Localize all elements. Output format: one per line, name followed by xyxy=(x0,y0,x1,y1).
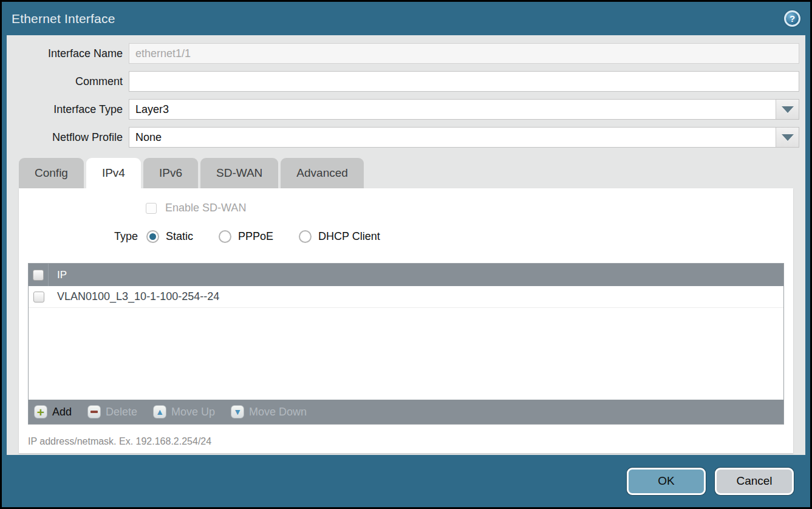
enable-sdwan-label: Enable SD-WAN xyxy=(165,202,246,214)
dialog-footer: OK Cancel xyxy=(7,455,805,507)
move-up-button[interactable]: ▲ Move Up xyxy=(153,405,215,418)
netflow-profile-value: None xyxy=(129,128,776,147)
tab-advanced[interactable]: Advanced xyxy=(281,158,364,188)
ip-format-hint: IP address/netmask. Ex. 192.168.2.254/24 xyxy=(28,436,211,447)
type-row: Type Static PPPoE DHCP Client xyxy=(114,230,793,243)
comment-field[interactable] xyxy=(129,71,799,92)
radio-option-dhcp-client[interactable]: DHCP Client xyxy=(299,230,380,243)
ip-table: IP VLAN0100_L3_10-1-100-254--24 + Add xyxy=(28,263,784,425)
chevron-down-icon xyxy=(782,106,794,113)
netflow-profile-row: Netflow Profile None xyxy=(13,127,799,148)
radio-dhcp-client-label: DHCP Client xyxy=(318,230,380,243)
dialog-body: Interface Name Comment Interface Type La… xyxy=(7,35,805,455)
comment-label: Comment xyxy=(13,75,129,88)
arrow-up-icon: ▲ xyxy=(153,405,166,418)
radio-static-label: Static xyxy=(166,230,193,243)
enable-sdwan-row: Enable SD-WAN xyxy=(19,188,793,214)
interface-name-label: Interface Name xyxy=(13,47,129,60)
chevron-down-icon xyxy=(782,134,794,141)
interface-type-row: Interface Type Layer3 xyxy=(13,99,799,120)
radio-static[interactable] xyxy=(146,230,159,243)
ip-cell-value[interactable]: VLAN0100_L3_10-1-100-254--24 xyxy=(49,290,219,303)
comment-row: Comment xyxy=(13,71,799,92)
radio-option-pppoe[interactable]: PPPoE xyxy=(219,230,273,243)
netflow-profile-label: Netflow Profile xyxy=(13,131,129,144)
netflow-profile-dropdown[interactable]: None xyxy=(129,127,799,148)
interface-name-row: Interface Name xyxy=(13,43,799,64)
tab-sdwan[interactable]: SD-WAN xyxy=(200,158,278,188)
delete-button[interactable]: Delete xyxy=(87,405,137,418)
ethernet-interface-dialog: Ethernet Interface ? Interface Name Comm… xyxy=(0,0,812,509)
interface-name-field xyxy=(129,43,799,64)
plus-icon: + xyxy=(34,405,47,418)
arrow-down-icon: ▼ xyxy=(231,405,244,418)
move-down-button[interactable]: ▼ Move Down xyxy=(231,405,307,418)
cancel-button[interactable]: Cancel xyxy=(715,468,794,495)
ip-table-header: IP xyxy=(29,264,783,286)
radio-option-static[interactable]: Static xyxy=(146,230,193,243)
tab-bar: Config IPv4 IPv6 SD-WAN Advanced xyxy=(19,158,799,188)
ok-button[interactable]: OK xyxy=(627,468,706,495)
radio-dhcp-client[interactable] xyxy=(299,230,312,243)
ipv4-tab-panel: Enable SD-WAN Type Static PPPoE DHCP Cli… xyxy=(19,188,793,453)
select-all-checkbox[interactable] xyxy=(33,270,44,281)
help-icon[interactable]: ? xyxy=(784,10,800,27)
interface-type-value: Layer3 xyxy=(129,100,776,119)
tab-config[interactable]: Config xyxy=(19,158,84,188)
radio-pppoe-label: PPPoE xyxy=(238,230,273,243)
row-checkbox[interactable] xyxy=(33,292,44,302)
tab-ipv6[interactable]: IPv6 xyxy=(143,158,198,188)
interface-type-dropdown[interactable]: Layer3 xyxy=(129,99,799,120)
table-empty-area xyxy=(29,308,783,400)
radio-pppoe[interactable] xyxy=(219,230,231,243)
tab-ipv4[interactable]: IPv4 xyxy=(86,158,141,188)
dialog-title: Ethernet Interface xyxy=(12,12,115,26)
interface-type-dropdown-button[interactable] xyxy=(776,100,799,119)
ip-column-header: IP xyxy=(49,269,67,281)
table-row[interactable]: VLAN0100_L3_10-1-100-254--24 xyxy=(29,286,783,308)
enable-sdwan-checkbox[interactable] xyxy=(146,203,157,214)
interface-type-label: Interface Type xyxy=(13,103,129,116)
table-toolbar: + Add Delete ▲ Move Up ▼ Move Down xyxy=(29,400,783,424)
minus-icon xyxy=(87,405,101,418)
add-button[interactable]: + Add xyxy=(34,405,72,418)
netflow-profile-dropdown-button[interactable] xyxy=(776,128,799,147)
type-label: Type xyxy=(114,230,138,243)
dialog-titlebar: Ethernet Interface ? xyxy=(7,2,805,35)
